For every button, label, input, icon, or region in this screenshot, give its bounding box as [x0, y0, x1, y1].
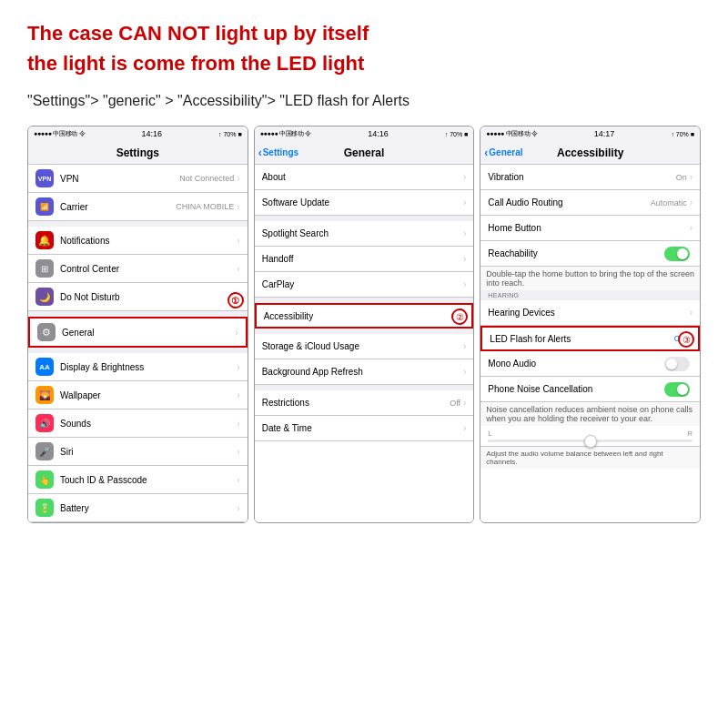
settings-row[interactable]: Storage & iCloud Usage › [255, 334, 474, 359]
slider-thumb [584, 435, 597, 448]
sounds-icon: 🔊 [35, 414, 54, 432]
settings-row[interactable]: Spotlight Search › [255, 221, 474, 247]
settings-row[interactable]: 👆 Touch ID & Passcode › [28, 466, 248, 494]
row-label: Control Center [60, 264, 237, 274]
chevron-icon: › [237, 390, 239, 400]
hearing-header: HEARING [480, 290, 700, 300]
settings-row[interactable]: 📶 Carrier CHINA MOBILE › [28, 193, 248, 221]
row-label: General [62, 328, 235, 338]
page-wrapper: The case CAN NOT light up by itself the … [0, 0, 728, 728]
settings-row[interactable]: 🔔 Notifications › [28, 227, 248, 255]
status-right-1: ↑ 70% ■ [218, 131, 242, 137]
settings-row[interactable]: Handoff › [255, 247, 474, 272]
toggle-knob [677, 384, 688, 395]
row-label: Mono Audio [488, 359, 664, 369]
accessibility-row-highlighted[interactable]: Accessibility › ② [255, 303, 474, 329]
row-value: Not Connected [179, 174, 234, 183]
settings-row[interactable]: Date & Time › [255, 416, 474, 441]
siri-icon: 🎤 [35, 442, 54, 460]
row-label: Siri [60, 447, 237, 457]
mono-audio-toggle[interactable] [664, 357, 690, 371]
status-bar-2: ●●●●● 中国移动 令 14:16 ↑ 70% ■ [255, 126, 474, 141]
row-label: Sounds [60, 419, 237, 429]
slider-right-label: R [687, 430, 693, 438]
status-center-1: 14:16 [141, 129, 162, 138]
reachability-row[interactable]: Reachability [480, 241, 700, 267]
donotdisturb-row[interactable]: 🌙 Do Not Disturb › ① [28, 283, 248, 311]
chevron-icon: › [690, 197, 693, 207]
step-badge-2: ② [451, 308, 468, 325]
status-center-2: 14:16 [368, 129, 389, 138]
row-label: Wallpaper [60, 390, 237, 400]
settings-list-3: Vibration On › Call Audio Routing Automa… [480, 165, 700, 522]
headline: The case CAN NOT light up by itself the … [27, 18, 369, 78]
settings-row[interactable]: 🔊 Sounds › [28, 410, 248, 438]
row-label: About [262, 172, 463, 182]
reachability-toggle[interactable] [664, 247, 690, 261]
chevron-icon: › [690, 308, 693, 318]
row-label: Reachability [488, 248, 664, 258]
row-label: Spotlight Search [262, 228, 463, 238]
chevron-icon: › [237, 264, 239, 274]
row-label: Handoff [262, 254, 463, 264]
touchid-icon: 👆 [35, 470, 54, 489]
settings-row[interactable]: ⊞ Control Center › [28, 255, 248, 283]
slider-row: L R [480, 426, 700, 447]
settings-row[interactable]: 🎤 Siri › [28, 438, 248, 466]
row-label: Software Update [262, 197, 463, 207]
status-right-2: ↑ 70% ■ [445, 131, 469, 137]
settings-row[interactable]: CarPlay › [255, 272, 474, 298]
chevron-icon: › [463, 197, 466, 207]
settings-row[interactable]: 🔋 Battery › [28, 494, 248, 522]
back-label-2: Settings [263, 147, 298, 157]
settings-row[interactable]: AA Display & Brightness › [28, 353, 248, 381]
settings-list-2: About › Software Update › Spotlight Sear… [255, 165, 474, 522]
row-label: Storage & iCloud Usage [262, 341, 463, 351]
wallpaper-icon: 🌄 [35, 386, 54, 404]
slider-left-label: L [488, 430, 491, 438]
row-label: Do Not Disturb [60, 292, 237, 302]
row-value: On [676, 173, 687, 182]
status-left-2: ●●●●● 中国移动 令 [260, 129, 311, 138]
row-label: Accessibility [264, 311, 461, 321]
settings-row[interactable]: Vibration On › [480, 165, 700, 190]
chevron-icon: › [237, 419, 239, 429]
instruction: "Settings"> "generic" > "Accessibility">… [27, 93, 410, 109]
led-flash-row-highlighted[interactable]: LED Flash for Alerts On › ③ [480, 326, 700, 351]
row-value: Automatic [651, 198, 687, 207]
chevron-icon: › [237, 202, 239, 212]
noise-cancellation-row[interactable]: Phone Noise Cancellation [480, 377, 700, 402]
settings-row[interactable]: VPN VPN Not Connected › [28, 165, 248, 193]
settings-row[interactable]: 🌄 Wallpaper › [28, 381, 248, 410]
nav-title-1: Settings [116, 147, 159, 159]
nav-bar-2: ‹ Settings General [255, 141, 474, 165]
nav-title-3: Accessibility [557, 147, 623, 159]
noise-toggle[interactable] [664, 382, 690, 397]
chevron-icon: › [237, 174, 239, 184]
settings-row[interactable]: Call Audio Routing Automatic › [480, 190, 700, 216]
row-label: Phone Noise Cancellation [488, 384, 664, 394]
nav-back-2[interactable]: ‹ Settings [258, 147, 298, 159]
settings-row[interactable]: Software Update › [255, 190, 474, 216]
settings-row[interactable]: About › [255, 165, 474, 190]
slider-track[interactable] [488, 440, 693, 442]
chevron-icon: › [463, 254, 466, 264]
settings-list-1: VPN VPN Not Connected › 📶 Carrier CHINA … [28, 165, 248, 522]
step-badge-3: ③ [678, 331, 694, 348]
settings-row[interactable]: Background App Refresh › [255, 359, 474, 385]
chevron-icon: › [463, 398, 466, 408]
nav-back-3[interactable]: ‹ General [484, 147, 522, 159]
row-label: Battery [60, 503, 237, 513]
status-bar-3: ●●●●● 中国移动 令 14:17 ↑ 70% ■ [480, 126, 700, 141]
general-row-highlighted[interactable]: ⚙ General › [28, 317, 248, 348]
notifications-icon: 🔔 [35, 231, 54, 249]
phone-screen-1: ●●●●● 中国移动 令 14:16 ↑ 70% ■ Settings VPN … [27, 126, 248, 523]
headline-line1: The case CAN NOT light up by itself [27, 18, 369, 48]
settings-row[interactable]: Hearing Devices › [480, 300, 700, 326]
row-label: Display & Brightness [60, 362, 237, 372]
status-left-3: ●●●●● 中国移动 令 [486, 129, 537, 138]
settings-row[interactable]: Home Button › [480, 216, 700, 241]
settings-row[interactable]: Restrictions Off › [255, 390, 474, 416]
mono-audio-row[interactable]: Mono Audio [480, 351, 700, 377]
nav-title-2: General [344, 147, 385, 159]
